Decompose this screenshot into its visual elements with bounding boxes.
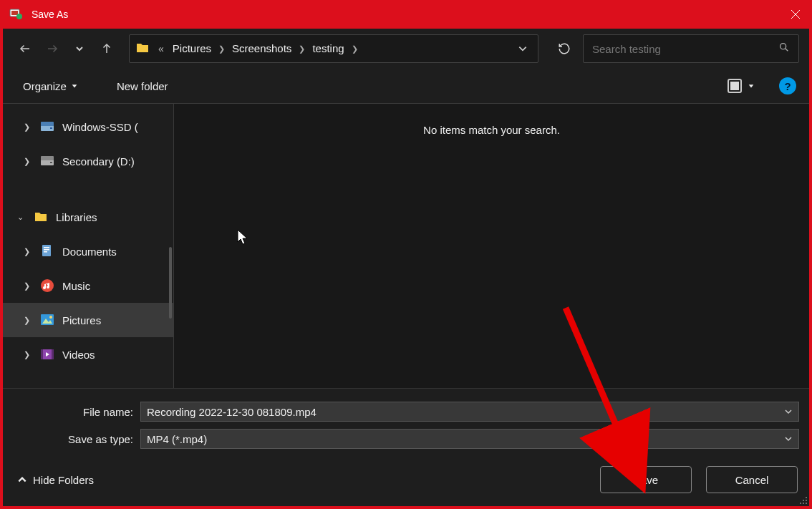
help-button[interactable]: ? [779, 77, 796, 94]
scrollbar-thumb[interactable] [169, 247, 172, 319]
view-options-button[interactable] [719, 73, 762, 99]
empty-message: No items match your search. [191, 124, 792, 136]
bottom-panel: File name: Save as type: MP4 (*.mp4) Hid… [3, 388, 809, 506]
breadcrumb-testing[interactable]: testing [306, 36, 349, 62]
chevron-right-icon[interactable]: ❯ [297, 44, 306, 54]
svg-rect-23 [44, 251, 47, 253]
music-icon [39, 278, 55, 294]
svg-rect-19 [50, 162, 52, 163]
refresh-button[interactable] [548, 34, 580, 63]
up-button[interactable] [95, 37, 119, 61]
chevron-right-icon[interactable]: ❯ [21, 157, 32, 166]
chevron-right-icon[interactable]: ❯ [21, 281, 32, 291]
filetype-value: MP4 (*.mp4) [147, 433, 207, 445]
breadcrumb-screenshots[interactable]: Screenshots [226, 36, 297, 62]
resize-grip-icon[interactable] [798, 495, 808, 505]
svg-point-24 [41, 279, 54, 292]
svg-point-27 [49, 316, 52, 319]
svg-rect-12 [730, 82, 739, 90]
svg-rect-30 [52, 349, 54, 359]
drive-icon [39, 119, 55, 135]
breadcrumb-pictures[interactable]: Pictures [167, 36, 217, 62]
hide-folders-button[interactable]: Hide Folders [17, 474, 94, 486]
svg-marker-13 [749, 84, 754, 87]
titlebar-title: Save As [32, 9, 779, 20]
documents-icon [39, 243, 55, 259]
file-list-area[interactable]: No items match your search. [174, 104, 809, 388]
cancel-button[interactable]: Cancel [706, 466, 798, 493]
svg-rect-15 [41, 122, 54, 126]
search-box[interactable] [583, 34, 799, 63]
svg-rect-21 [44, 247, 49, 248]
tree-item-secondary[interactable]: ❯ Secondary (D:) [3, 144, 173, 178]
filename-input[interactable] [147, 406, 784, 418]
pictures-icon [39, 312, 55, 328]
svg-rect-29 [41, 349, 43, 359]
filetype-field[interactable]: MP4 (*.mp4) [140, 429, 799, 449]
tree-label: Music [62, 280, 90, 292]
close-button[interactable] [779, 0, 812, 29]
svg-rect-16 [50, 127, 52, 129]
chevron-down-icon[interactable]: ⌄ [14, 213, 26, 222]
chevron-down-icon[interactable] [784, 407, 793, 416]
recent-locations-button[interactable] [67, 37, 92, 61]
tree-label: Libraries [56, 211, 97, 223]
titlebar: Save As [0, 0, 812, 29]
svg-point-37 [800, 503, 801, 504]
hide-folders-label: Hide Folders [33, 474, 94, 486]
new-folder-button[interactable]: New folder [110, 76, 175, 97]
address-dropdown-button[interactable] [511, 44, 535, 54]
svg-rect-22 [44, 249, 49, 251]
folder-icon [135, 41, 151, 57]
svg-rect-18 [41, 156, 54, 160]
chevron-right-icon[interactable]: ❯ [21, 247, 32, 256]
save-button[interactable]: Save [600, 466, 692, 493]
tree-label: Windows-SSD ( [62, 121, 138, 133]
tree-item-music[interactable]: ❯ Music [3, 268, 173, 303]
tree-label: Documents [62, 246, 117, 258]
tree-item-pictures[interactable]: ❯ Pictures [3, 303, 173, 337]
videos-icon [39, 346, 55, 362]
drive-icon [39, 153, 55, 169]
chevron-right-icon[interactable]: ❯ [217, 44, 226, 54]
breadcrumb-overflow-icon[interactable]: « [155, 43, 167, 54]
tree-label: Videos [62, 349, 95, 361]
app-icon [9, 7, 23, 21]
svg-line-9 [786, 49, 788, 52]
chevron-right-icon[interactable]: ❯ [21, 350, 32, 359]
tree-item-videos[interactable]: ❯ Videos [3, 337, 173, 372]
command-bar: Organize New folder ? [3, 69, 809, 103]
tree-item-libraries[interactable]: ⌄ Libraries [3, 200, 173, 234]
organize-menu[interactable]: Organize [16, 76, 85, 97]
filename-field[interactable] [140, 402, 799, 422]
chevron-right-icon[interactable]: ❯ [350, 44, 359, 54]
new-folder-label: New folder [117, 80, 168, 92]
svg-point-35 [803, 500, 804, 501]
chevron-right-icon[interactable]: ❯ [21, 316, 32, 325]
tree-item-documents[interactable]: ❯ Documents [3, 234, 173, 268]
navigation-tree[interactable]: ❯ Windows-SSD ( ❯ Secondary (D:) ⌄ Lib [3, 104, 174, 388]
search-input[interactable] [592, 43, 778, 55]
svg-point-34 [806, 497, 807, 498]
search-icon [778, 42, 790, 56]
chevron-down-icon[interactable] [784, 435, 793, 443]
filetype-label: Save as type: [13, 433, 140, 445]
tree-label: Pictures [62, 314, 101, 326]
navigation-bar: « Pictures ❯ Screenshots ❯ testing ❯ [3, 29, 809, 69]
address-bar[interactable]: « Pictures ❯ Screenshots ❯ testing ❯ [129, 34, 538, 63]
organize-label: Organize [23, 80, 67, 92]
tree-label: Secondary (D:) [62, 155, 135, 168]
svg-point-39 [806, 503, 807, 504]
forward-button[interactable] [40, 37, 64, 61]
mouse-cursor-icon [237, 229, 250, 248]
tree-item-windows-ssd[interactable]: ❯ Windows-SSD ( [3, 110, 173, 144]
svg-point-8 [780, 44, 786, 49]
svg-marker-10 [72, 84, 77, 87]
filename-label: File name: [13, 406, 140, 418]
folder-icon [33, 209, 49, 225]
svg-point-36 [806, 500, 807, 501]
svg-rect-20 [42, 245, 51, 256]
back-button[interactable] [13, 37, 37, 61]
svg-point-38 [803, 503, 804, 504]
chevron-right-icon[interactable]: ❯ [21, 122, 32, 132]
